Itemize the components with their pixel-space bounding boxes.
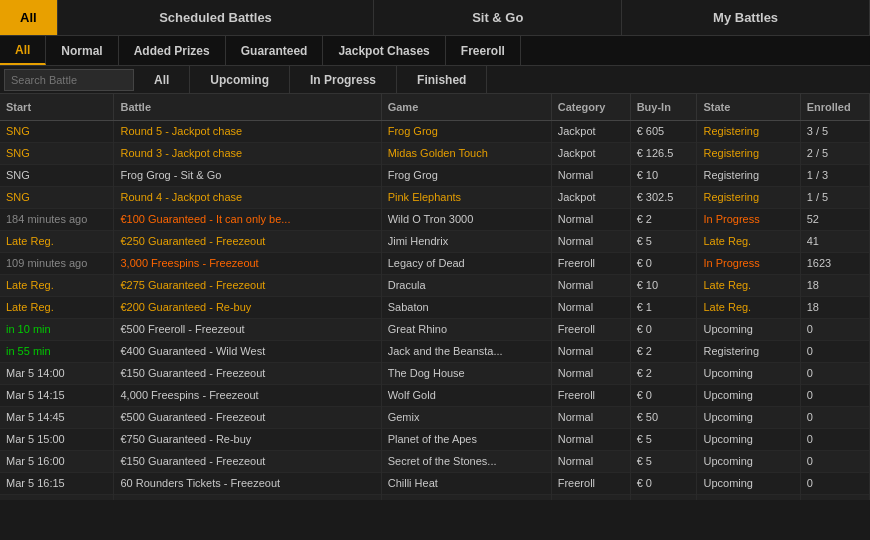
table-cell: Mar 5 14:15 [0, 384, 114, 406]
sub-nav-all[interactable]: All [0, 36, 46, 65]
table-row[interactable]: Mar 5 15:00€750 Guaranteed - Re-buyPlane… [0, 428, 870, 450]
table-cell: € 50 [630, 406, 697, 428]
table-row[interactable]: 184 minutes ago€100 Guaranteed - It can … [0, 208, 870, 230]
table-cell: Freeroll [551, 252, 630, 274]
table-cell: Wolf Gold [381, 384, 551, 406]
table-cell: Normal [551, 208, 630, 230]
table-cell: Late Reg. [0, 296, 114, 318]
table-row[interactable]: in 55 min€400 Guaranteed - Wild WestJack… [0, 340, 870, 362]
table-row[interactable]: Late Reg.€275 Guaranteed - FreezeoutDrac… [0, 274, 870, 296]
table-cell: € 10 [630, 164, 697, 186]
table-cell: Round 3 - Jackpot chase [114, 142, 381, 164]
table-row[interactable]: Late Reg.€200 Guaranteed - Re-buySabaton… [0, 296, 870, 318]
table-row[interactable]: Mar 5 14:45€500 Guaranteed - FreezeoutGe… [0, 406, 870, 428]
sub-nav-freeroll[interactable]: Freeroll [446, 36, 521, 65]
table-cell: Frog Grog [381, 164, 551, 186]
table-cell: SNG [0, 120, 114, 142]
table-cell: € 0 [630, 472, 697, 494]
table-cell: € 1 [630, 296, 697, 318]
table-cell: 60 Rounders Tickets - Freezeout [114, 472, 381, 494]
table-cell: €400 Guaranteed - Wild West [114, 340, 381, 362]
table-row[interactable]: 109 minutes ago3,000 Freespins - Freezeo… [0, 252, 870, 274]
table-cell: In Progress [697, 208, 800, 230]
table-cell: Jack and the Beansta... [381, 340, 551, 362]
table-cell: Midas Golden Touch [381, 142, 551, 164]
battles-table-wrapper: Start Battle Game Category Buy-In State … [0, 94, 870, 500]
table-cell: 0 [800, 472, 869, 494]
table-row[interactable]: SNGRound 3 - Jackpot chaseMidas Golden T… [0, 142, 870, 164]
top-nav-mybattles[interactable]: My Battles [622, 0, 870, 35]
sub-navigation: All Normal Added Prizes Guaranteed Jackp… [0, 36, 870, 66]
table-row[interactable]: SNGRound 4 - Jackpot chasePink Elephants… [0, 186, 870, 208]
table-cell: 0 [800, 450, 869, 472]
table-cell: Normal [551, 494, 630, 500]
table-cell: € 0 [630, 384, 697, 406]
table-cell: Registering [697, 186, 800, 208]
table-cell: Freeroll [551, 318, 630, 340]
top-nav-all[interactable]: All [0, 0, 58, 35]
sub-nav-guaranteed[interactable]: Guaranteed [226, 36, 324, 65]
table-cell: € 10 [630, 274, 697, 296]
table-row[interactable]: Mar 5 14:00€150 Guaranteed - FreezeoutTh… [0, 362, 870, 384]
top-navigation: All Scheduled Battles Sit & Go My Battle… [0, 0, 870, 36]
header-state: State [697, 94, 800, 120]
table-cell: €200 Guaranteed - Re-buy [114, 296, 381, 318]
header-enrolled: Enrolled [800, 94, 869, 120]
table-cell: Round 4 - Jackpot chase [114, 186, 381, 208]
table-cell: €250 Guaranteed - Freezeout [114, 230, 381, 252]
top-nav-sitgo[interactable]: Sit & Go [374, 0, 622, 35]
table-cell: Chilli Heat [381, 472, 551, 494]
sub-nav-normal[interactable]: Normal [46, 36, 118, 65]
table-row[interactable]: Mar 5 16:00€150 Guaranteed - FreezeoutSe… [0, 450, 870, 472]
table-cell: 0 [800, 384, 869, 406]
table-cell: Planet of the Apes [381, 428, 551, 450]
table-cell: Frog Grog [381, 120, 551, 142]
table-cell: 18 [800, 274, 869, 296]
header-battle: Battle [114, 94, 381, 120]
table-row[interactable]: Mar 5 16:1560 Rounders Tickets - Freezeo… [0, 472, 870, 494]
table-row[interactable]: SNGFrog Grog - Sit & GoFrog GrogNormal€ … [0, 164, 870, 186]
top-nav-scheduled[interactable]: Scheduled Battles [58, 0, 375, 35]
table-cell: €500 Freeroll - Freezeout [114, 318, 381, 340]
sub-nav-added[interactable]: Added Prizes [119, 36, 226, 65]
table-row[interactable]: Late Reg.€250 Guaranteed - FreezeoutJimi… [0, 230, 870, 252]
filter-all[interactable]: All [134, 66, 190, 93]
table-cell: Upcoming [697, 428, 800, 450]
table-cell: 0 [800, 318, 869, 340]
table-cell: Mar 5 16:45 [0, 494, 114, 500]
table-row[interactable]: Mar 5 14:154,000 Freespins - FreezeoutWo… [0, 384, 870, 406]
table-cell: € 2 [630, 340, 697, 362]
table-cell: 3 / 5 [800, 120, 869, 142]
table-cell: 1623 [800, 252, 869, 274]
search-input[interactable] [4, 69, 134, 91]
table-cell: 184 minutes ago [0, 208, 114, 230]
table-cell: €500 Guaranteed - Freezeout [114, 406, 381, 428]
filter-finished[interactable]: Finished [397, 66, 487, 93]
header-buyin: Buy-In [630, 94, 697, 120]
sub-nav-jackpot[interactable]: Jackpot Chases [323, 36, 445, 65]
table-cell: € 302.5 [630, 186, 697, 208]
table-row[interactable]: Mar 5 16:45€50 Guaranteed - Winner takes… [0, 494, 870, 500]
table-cell: Late Reg. [697, 230, 800, 252]
table-cell: Upcoming [697, 406, 800, 428]
table-cell: Legacy of Dead [381, 252, 551, 274]
table-cell: Late Reg. [0, 230, 114, 252]
table-cell: 2 / 5 [800, 142, 869, 164]
table-cell: Upcoming [697, 450, 800, 472]
table-cell: 1 / 3 [800, 164, 869, 186]
table-cell: 0 [800, 494, 869, 500]
table-cell: SNG [0, 186, 114, 208]
table-row[interactable]: SNGRound 5 - Jackpot chaseFrog GrogJackp… [0, 120, 870, 142]
table-cell: Secret of the Stones... [381, 450, 551, 472]
filter-upcoming[interactable]: Upcoming [190, 66, 290, 93]
header-game: Game [381, 94, 551, 120]
table-header-row: Start Battle Game Category Buy-In State … [0, 94, 870, 120]
table-row[interactable]: in 10 min€500 Freeroll - FreezeoutGreat … [0, 318, 870, 340]
table-cell: Late Reg. [0, 274, 114, 296]
filter-inprogress[interactable]: In Progress [290, 66, 397, 93]
table-cell: Late Reg. [697, 274, 800, 296]
table-cell: Upcoming [697, 362, 800, 384]
table-cell: €100 Guaranteed - It can only be... [114, 208, 381, 230]
table-cell: €50 Guaranteed - Winner takes it... [114, 494, 381, 500]
table-cell: Great Rhino [381, 318, 551, 340]
